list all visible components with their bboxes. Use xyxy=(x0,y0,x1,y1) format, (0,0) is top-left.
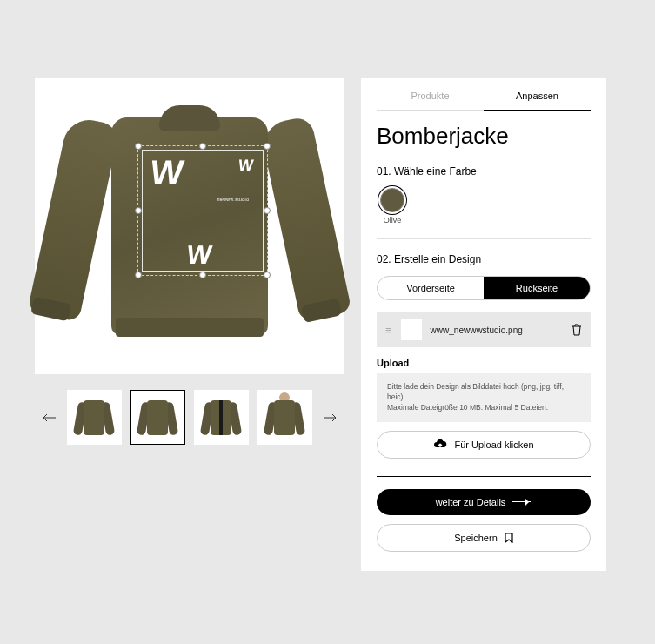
resize-handle-top-right[interactable] xyxy=(264,143,271,150)
step1-label: 01. Wähle eine Farbe xyxy=(377,165,591,178)
product-title: Bomberjacke xyxy=(377,123,591,150)
design-glyph-w-large: W xyxy=(147,153,185,192)
cloud-upload-icon xyxy=(433,439,447,450)
upload-heading: Upload xyxy=(377,358,591,368)
upload-note: Bitte lade dein Design als Bilddatei hoc… xyxy=(377,373,591,422)
design-brand-text: newww.studio xyxy=(217,197,250,202)
divider-1 xyxy=(377,238,591,239)
jacket-sleeve-left xyxy=(27,116,120,322)
resize-handle-mid-right[interactable] xyxy=(264,207,271,214)
config-panel: Produkte Anpassen Bomberjacke 01. Wähle … xyxy=(361,78,606,571)
resize-handle-bottom-left[interactable] xyxy=(135,272,142,278)
thumbnail-2-back-active[interactable] xyxy=(130,390,185,445)
upload-button[interactable]: Für Upload klicken xyxy=(377,431,591,459)
resize-handle-bottom-right[interactable] xyxy=(264,272,271,278)
upload-note-line1: Bitte lade dein Design als Bilddatei hoc… xyxy=(387,382,564,401)
upload-note-line2: Maximale Dateigröße 10 MB. Maximal 5 Dat… xyxy=(387,403,548,412)
product-preview-main: W W W newww.studio xyxy=(35,78,344,374)
side-back-button[interactable]: Rückseite xyxy=(484,277,590,299)
save-button-label: Speichern xyxy=(454,533,498,543)
side-toggle: Vorderseite Rückseite xyxy=(377,276,591,300)
continue-button-label: weiter zu Details xyxy=(436,497,506,507)
jacket-illustration: W W W newww.studio xyxy=(68,100,311,352)
arrow-right-icon xyxy=(512,501,531,502)
step2-label: 02. Erstelle ein Design xyxy=(377,253,591,265)
continue-button[interactable]: weiter zu Details xyxy=(377,489,591,515)
side-front-button[interactable]: Vorderseite xyxy=(378,277,484,299)
jacket-hem xyxy=(116,318,264,337)
drag-handle-icon[interactable]: ≡ xyxy=(385,325,392,336)
file-thumbnail xyxy=(401,319,422,340)
design-bounding-box[interactable]: W W W newww.studio xyxy=(137,145,268,276)
thumbnail-1-front[interactable] xyxy=(67,390,122,445)
resize-handle-mid-left[interactable] xyxy=(135,207,142,214)
product-preview-column: W W W newww.studio xyxy=(35,78,344,571)
file-name: www_newwwstudio.png xyxy=(431,325,563,335)
thumbnail-4-model[interactable] xyxy=(257,390,312,445)
delete-file-icon[interactable] xyxy=(571,324,582,336)
resize-handle-bottom-center[interactable] xyxy=(199,272,206,278)
resize-handle-top-left[interactable] xyxy=(135,143,142,150)
upload-button-label: Für Upload klicken xyxy=(454,439,533,450)
design-glyph-w-small: W xyxy=(237,157,254,175)
thumbnail-next-arrow[interactable] xyxy=(321,409,338,426)
color-swatch-olive[interactable] xyxy=(380,188,404,212)
thumbnail-3-open[interactable] xyxy=(194,390,249,445)
bookmark-icon xyxy=(505,533,513,543)
jacket-collar xyxy=(159,105,220,131)
tab-customize[interactable]: Anpassen xyxy=(484,78,591,111)
uploaded-file-row: ≡ www_newwwstudio.png xyxy=(377,312,591,347)
color-swatch-label: Olive xyxy=(377,216,408,225)
jacket-sleeve-right xyxy=(259,116,352,322)
thumbnail-prev-arrow[interactable] xyxy=(41,409,58,426)
divider-2 xyxy=(377,476,591,477)
save-button[interactable]: Speichern xyxy=(377,524,591,552)
panel-tabs: Produkte Anpassen xyxy=(377,78,591,111)
thumbnail-row xyxy=(35,390,344,445)
tab-products[interactable]: Produkte xyxy=(377,78,484,111)
design-glyph-w-bottom: W xyxy=(184,240,213,270)
resize-handle-top-center[interactable] xyxy=(199,143,206,150)
